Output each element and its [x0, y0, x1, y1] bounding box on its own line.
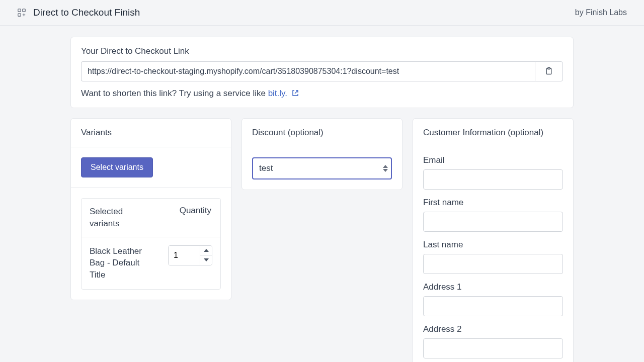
email-label: Email [423, 155, 563, 165]
first-name-label: First name [423, 198, 563, 208]
select-variants-button[interactable]: Select variants [81, 157, 153, 177]
svg-rect-2 [18, 14, 21, 16]
variants-title: Variants [81, 128, 221, 138]
qty-up-button[interactable] [200, 246, 212, 255]
external-link-icon [292, 89, 299, 97]
link-label: Your Direct to Checkout Link [81, 46, 563, 56]
last-name-label: Last name [423, 240, 563, 250]
chevron-down-icon [204, 258, 209, 261]
last-name-field[interactable] [423, 254, 563, 274]
email-field[interactable] [423, 169, 563, 190]
discount-card: Discount (optional) [242, 118, 403, 190]
discount-input[interactable] [252, 157, 392, 179]
clipboard-icon [544, 66, 553, 77]
address1-label: Address 1 [423, 282, 563, 292]
table-row: Black Leather Bag - Default Title [82, 237, 220, 289]
quantity-input[interactable] [169, 246, 200, 265]
quantity-stepper[interactable] [168, 245, 212, 265]
address2-field[interactable] [423, 338, 563, 358]
variant-name: Black Leather Bag - Default Title [82, 237, 160, 289]
qty-down-button[interactable] [200, 255, 212, 265]
variants-card: Variants Select variants Selected varian… [70, 118, 231, 300]
spinner-icon [383, 165, 388, 172]
shorten-hint: Want to shorten this link? Try using a s… [81, 88, 563, 99]
svg-rect-1 [23, 9, 25, 12]
svg-rect-0 [18, 9, 21, 12]
customer-title: Customer Information (optional) [423, 128, 563, 138]
variants-table: Selected variants Quantity Black Leather… [81, 198, 221, 290]
address1-field[interactable] [423, 296, 563, 316]
address2-label: Address 2 [423, 324, 563, 334]
copy-button[interactable] [535, 61, 563, 81]
discount-title: Discount (optional) [252, 128, 392, 138]
col-selected-variants: Selected variants [82, 199, 160, 237]
apps-icon [17, 8, 26, 17]
bitly-link[interactable]: bit.ly. [268, 88, 287, 98]
link-input[interactable] [81, 61, 535, 81]
table-head: Selected variants Quantity [82, 199, 220, 237]
link-card: Your Direct to Checkout Link Want to sho… [70, 37, 574, 108]
app-title: Direct to Checkout Finish [33, 7, 140, 18]
chevron-up-icon [204, 249, 209, 252]
byline: by Finish Labs [575, 8, 627, 17]
customer-card: Customer Information (optional) Email Fi… [413, 118, 574, 362]
first-name-field[interactable] [423, 212, 563, 232]
top-bar: Direct to Checkout Finish by Finish Labs [0, 0, 644, 26]
col-quantity: Quantity [160, 199, 220, 237]
